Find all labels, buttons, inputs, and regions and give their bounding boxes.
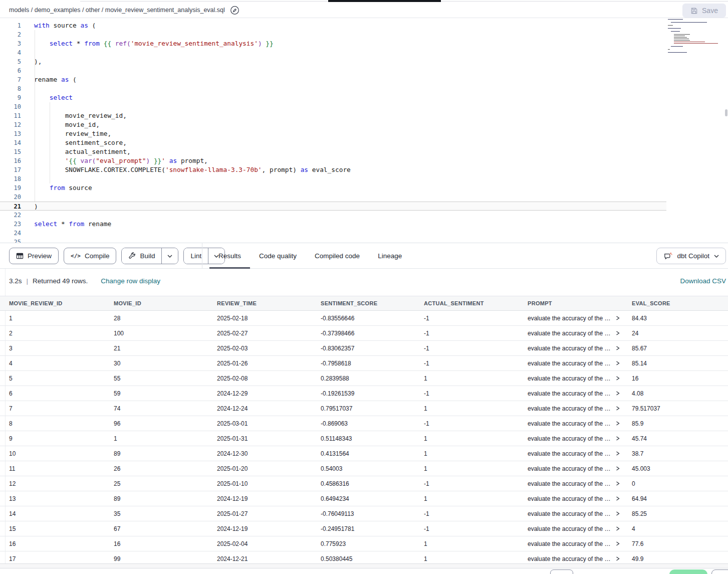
tab-results[interactable]: Results — [209, 243, 250, 269]
prompt-expand-chevron-icon[interactable] — [616, 391, 620, 396]
prompt-expand-chevron-icon[interactable] — [616, 556, 620, 561]
prompt-expand-chevron-icon[interactable] — [616, 511, 620, 516]
wrench-icon — [128, 252, 136, 260]
code-line[interactable]: 12 movie_id, — [0, 120, 728, 129]
code-line[interactable]: 11 movie_review_id, — [0, 111, 728, 120]
cell-review_time: 2025-01-27 — [208, 506, 312, 521]
line-number: 7 — [0, 75, 21, 84]
column-header-review_time[interactable]: REVIEW_TIME — [208, 296, 312, 311]
cell-movie_review_id: 4 — [0, 356, 105, 371]
table-row[interactable]: 3212025-02-03-0.83062357-1evaluate the a… — [0, 341, 728, 356]
table-row[interactable]: 12252025-01-100.4586316-1evaluate the ac… — [0, 476, 728, 491]
table-row[interactable]: 15672024-12-19-0.24951781-1evaluate the … — [0, 521, 728, 536]
code-line[interactable]: 24 — [0, 229, 728, 238]
code-line[interactable]: 6 — [0, 66, 728, 75]
prompt-expand-chevron-icon[interactable] — [616, 316, 620, 320]
code-line[interactable]: 4 — [0, 48, 728, 57]
cell-prompt: evaluate the accuracy of the res… — [519, 521, 623, 536]
code-line[interactable]: 13 review_time, — [0, 129, 728, 138]
tab-code-quality[interactable]: Code quality — [250, 243, 306, 269]
build-dropdown-button[interactable] — [161, 248, 178, 264]
code-line[interactable]: 23select * from rename — [0, 220, 728, 229]
prompt-expand-chevron-icon[interactable] — [616, 361, 620, 365]
table-row[interactable]: 13892024-12-190.64942341evaluate the acc… — [0, 491, 728, 506]
code-line[interactable]: 8 — [0, 84, 728, 93]
code-line[interactable]: 15 actual_sentiment, — [0, 147, 728, 156]
column-header-sentiment_score[interactable]: SENTIMENT_SCORE — [312, 296, 415, 311]
table-row[interactable]: 1282025-02-18-0.83556646-1evaluate the a… — [0, 311, 728, 326]
lint-button[interactable]: Lint — [184, 248, 208, 264]
edit-file-icon[interactable] — [230, 6, 239, 15]
table-row[interactable]: 7742024-12-240.795170371evaluate the acc… — [0, 401, 728, 416]
prompt-expand-chevron-icon[interactable] — [616, 421, 620, 426]
prompt-expand-chevron-icon[interactable] — [616, 526, 620, 531]
code-line[interactable]: 19 from source — [0, 183, 728, 193]
preview-button[interactable]: Preview — [9, 248, 59, 264]
column-header-movie_id[interactable]: MOVIE_ID — [105, 296, 208, 311]
code-text — [21, 229, 34, 238]
prompt-expand-chevron-icon[interactable] — [616, 376, 620, 380]
bottom-green-button[interactable] — [669, 569, 707, 574]
prompt-expand-chevron-icon[interactable] — [616, 496, 620, 501]
change-row-display-link[interactable]: Change row display — [101, 277, 160, 285]
compile-button[interactable]: </> Compile — [64, 248, 116, 264]
minimap[interactable] — [668, 19, 724, 46]
code-line[interactable]: 9 select — [0, 93, 728, 102]
prompt-text: evaluate the accuracy of the res… — [528, 360, 612, 367]
table-row[interactable]: 17992024-12-210.503804451evaluate the ac… — [0, 551, 728, 564]
code-line[interactable]: 1with source as ( — [0, 21, 728, 30]
column-header-actual_sentiment[interactable]: ACTUAL_SENTIMENT — [415, 296, 519, 311]
table-row[interactable]: 912025-01-310.511483431evaluate the accu… — [0, 431, 728, 446]
code-line-active[interactable]: 21) — [0, 202, 666, 211]
code-line[interactable]: 5), — [0, 57, 728, 66]
table-row[interactable]: 11262025-01-200.540031evaluate the accur… — [0, 461, 728, 476]
code-line[interactable]: 20 — [0, 193, 728, 202]
column-header-prompt[interactable]: PROMPT — [519, 296, 623, 311]
editor-vertical-scrollbar[interactable] — [725, 109, 727, 116]
table-row[interactable]: 5552025-02-080.28395881evaluate the accu… — [0, 371, 728, 386]
prompt-expand-chevron-icon[interactable] — [616, 406, 620, 411]
cell-review_time: 2024-12-24 — [208, 401, 312, 416]
table-row[interactable]: 16162025-02-040.7759231evaluate the accu… — [0, 536, 728, 551]
build-button[interactable]: Build — [122, 248, 161, 264]
copilot-chat-icon — [663, 252, 672, 261]
status-separator: | — [27, 277, 29, 285]
table-row[interactable]: 8962025-03-01-0.869063-1evaluate the acc… — [0, 416, 728, 431]
download-csv-link[interactable]: Download CSV — [680, 277, 726, 285]
table-row[interactable]: 21002025-02-27-0.37398466-1evaluate the … — [0, 326, 728, 341]
bottom-outline-button[interactable] — [711, 569, 728, 574]
code-line[interactable]: 7rename as ( — [0, 75, 728, 84]
column-header-eval_score[interactable]: EVAL_SCORE — [623, 296, 728, 311]
code-line[interactable]: 16 '{{ var("eval_prompt") }}' as prompt, — [0, 156, 728, 165]
column-header-movie_review_id[interactable]: MOVIE_REVIEW_ID — [0, 296, 105, 311]
table-row[interactable]: 6592024-12-29-0.19261539-1evaluate the a… — [0, 386, 728, 401]
prompt-expand-chevron-icon[interactable] — [616, 331, 620, 335]
cell-eval_score: 4.08 — [623, 386, 728, 401]
tab-lineage[interactable]: Lineage — [369, 243, 411, 269]
dbt-copilot-button[interactable]: dbt Copilot — [656, 248, 726, 264]
code-text — [21, 174, 34, 183]
horizontal-scrollbar[interactable] — [0, 563, 728, 568]
prompt-expand-chevron-icon[interactable] — [616, 481, 620, 486]
code-line[interactable]: 25 — [0, 238, 728, 243]
prompt-expand-chevron-icon[interactable] — [616, 466, 620, 471]
prompt-expand-chevron-icon[interactable] — [616, 541, 620, 546]
code-line[interactable]: 14 sentiment_score, — [0, 138, 728, 147]
table-row[interactable]: 4302025-01-26-0.7958618-1evaluate the ac… — [0, 356, 728, 371]
code-line[interactable]: 3 select * from {{ ref('movie_review_sen… — [0, 39, 728, 48]
code-line[interactable]: 22 — [0, 211, 728, 220]
table-row[interactable]: 14352025-01-27-0.76049113-1evaluate the … — [0, 506, 728, 521]
prompt-expand-chevron-icon[interactable] — [616, 451, 620, 456]
code-editor[interactable]: 1with source as (23 select * from {{ ref… — [0, 18, 728, 243]
prompt-expand-chevron-icon[interactable] — [616, 436, 620, 441]
prompt-expand-chevron-icon[interactable] — [616, 346, 620, 350]
bottom-small-button[interactable] — [550, 569, 573, 574]
table-row[interactable]: 10892024-12-300.41315641evaluate the acc… — [0, 446, 728, 461]
save-button[interactable]: Save — [682, 4, 726, 18]
code-line[interactable]: 10 — [0, 102, 728, 111]
breadcrumb[interactable]: models / demo_examples / other / movie_r… — [9, 7, 225, 14]
code-line[interactable]: 18 — [0, 174, 728, 183]
code-line[interactable]: 2 — [0, 30, 728, 39]
code-line[interactable]: 17 SNOWFLAKE.CORTEX.COMPLETE('snowflake-… — [0, 165, 728, 174]
tab-compiled-code[interactable]: Compiled code — [306, 243, 369, 269]
